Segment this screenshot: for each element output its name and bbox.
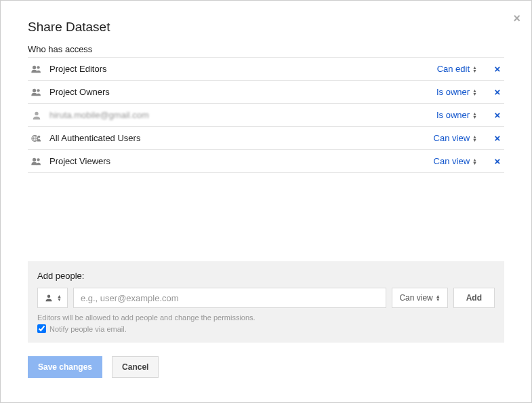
permission-selector[interactable]: Is owner▲▼ (436, 87, 477, 97)
sort-icon: ▲▼ (57, 294, 62, 301)
access-name: Project Viewers (49, 156, 434, 166)
permission-label: Can view (434, 133, 470, 143)
button-row: Save changes Cancel (28, 356, 504, 378)
remove-icon[interactable]: × (493, 132, 502, 144)
permission-label: Can view (434, 156, 470, 166)
sort-icon: ▲▼ (472, 112, 477, 119)
permission-label: Can edit (437, 64, 470, 74)
remove-icon[interactable]: × (493, 155, 502, 167)
person-icon (43, 294, 54, 302)
sort-icon: ▲▼ (472, 66, 477, 73)
permission-label: Is owner (436, 87, 470, 97)
globe-icon (30, 134, 43, 143)
permission-selector[interactable]: Can view▲▼ (434, 156, 477, 166)
permission-selector[interactable]: Is owner▲▼ (436, 110, 477, 120)
svg-point-11 (47, 295, 51, 299)
access-section-label: Who has access (28, 44, 504, 54)
access-row: hiruta.mobile@gmail.comIs owner▲▼× (28, 104, 504, 127)
access-name: All Authenticated Users (49, 133, 434, 143)
notify-label: Notify people via email. (49, 325, 127, 333)
sort-icon: ▲▼ (472, 135, 477, 142)
permission-selector[interactable]: Can edit▲▼ (437, 64, 477, 74)
sort-icon: ▲▼ (472, 158, 477, 165)
email-input[interactable] (73, 288, 386, 308)
add-people-section: Add people: ▲▼ Can view ▲▼ Add Editors w… (28, 261, 504, 343)
access-list: Project EditorsCan edit▲▼×Project Owners… (28, 57, 504, 173)
add-people-label: Add people: (37, 271, 495, 281)
svg-point-8 (38, 135, 41, 138)
share-dialog: × Share Dataset Who has access Project E… (1, 1, 531, 391)
add-button[interactable]: Add (453, 288, 495, 308)
entity-type-selector[interactable]: ▲▼ (37, 288, 68, 308)
svg-point-0 (33, 65, 36, 69)
sort-icon: ▲▼ (436, 294, 441, 301)
svg-point-2 (33, 88, 36, 92)
remove-icon[interactable]: × (493, 86, 502, 98)
access-name: Project Editors (49, 64, 437, 74)
save-button[interactable]: Save changes (28, 356, 102, 378)
group-icon (30, 64, 43, 74)
access-row: All Authenticated UsersCan view▲▼× (28, 127, 504, 150)
svg-point-1 (37, 66, 39, 69)
permission-selector[interactable]: Can view▲▼ (434, 133, 477, 143)
add-people-row: ▲▼ Can view ▲▼ Add (37, 288, 495, 308)
svg-point-4 (35, 111, 38, 115)
permission-dropdown-label: Can view (399, 293, 432, 303)
cancel-button[interactable]: Cancel (112, 356, 159, 378)
svg-point-10 (37, 158, 39, 161)
access-row: Project ViewersCan view▲▼× (28, 150, 504, 173)
permission-dropdown[interactable]: Can view ▲▼ (392, 288, 447, 308)
group-icon (30, 157, 43, 166)
group-icon (30, 88, 43, 97)
close-icon[interactable]: × (513, 12, 520, 26)
access-name: Project Owners (49, 87, 436, 97)
access-name: hiruta.mobile@gmail.com (49, 110, 436, 120)
access-row: Project EditorsCan edit▲▼× (28, 58, 504, 81)
svg-point-3 (37, 89, 39, 92)
remove-icon[interactable]: × (493, 109, 502, 121)
dialog-title: Share Dataset (28, 20, 504, 35)
remove-icon[interactable]: × (493, 63, 502, 75)
helper-text: Editors will be allowed to add people an… (37, 313, 495, 322)
person-icon (30, 111, 43, 120)
access-row: Project OwnersIs owner▲▼× (28, 81, 504, 104)
svg-point-9 (33, 157, 36, 161)
permission-label: Is owner (436, 110, 470, 120)
sort-icon: ▲▼ (472, 89, 477, 96)
notify-checkbox[interactable] (37, 324, 46, 333)
notify-row: Notify people via email. (37, 324, 495, 333)
